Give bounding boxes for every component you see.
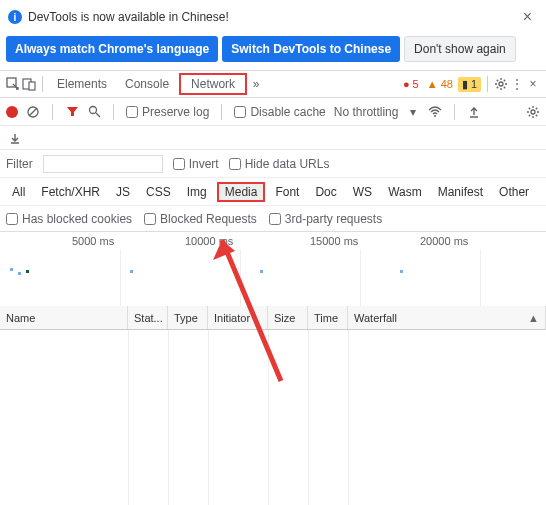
inspect-icon[interactable] [6,77,20,91]
svg-line-7 [96,113,100,117]
main-tabs: Elements Console Network » ●5 ▲48 ▮1 ⋮ × [0,70,546,98]
timeline-label: 5000 ms [72,235,114,247]
divider [113,104,114,120]
gear-icon[interactable] [526,105,540,119]
type-img[interactable]: Img [181,182,213,202]
request-table-header: Name Stat... Type Initiator Size Time Wa… [0,306,546,330]
type-fetch-xhr[interactable]: Fetch/XHR [35,182,106,202]
close-icon[interactable]: × [517,6,538,28]
blocked-requests-checkbox[interactable]: Blocked Requests [144,212,257,226]
preserve-log-checkbox[interactable]: Preserve log [126,105,209,119]
type-other[interactable]: Other [493,182,535,202]
info-icon: i [8,10,22,24]
third-party-checkbox[interactable]: 3rd-party requests [269,212,382,226]
col-initiator[interactable]: Initiator [208,306,268,329]
divider [221,104,222,120]
tab-elements[interactable]: Elements [49,73,115,95]
col-time[interactable]: Time [308,306,348,329]
svg-point-8 [434,115,436,117]
extra-filters: Has blocked cookies Blocked Requests 3rd… [0,206,546,232]
col-type[interactable]: Type [168,306,208,329]
dont-show-button[interactable]: Don't show again [404,36,516,62]
type-doc[interactable]: Doc [309,182,342,202]
sort-icon: ▲ [528,312,539,324]
match-language-button[interactable]: Always match Chrome's language [6,36,218,62]
type-media[interactable]: Media [217,182,266,202]
svg-rect-2 [29,82,35,90]
banner-buttons: Always match Chrome's language Switch De… [0,34,546,70]
svg-point-6 [89,107,96,114]
timeline-overview[interactable]: 5000 ms 10000 ms 15000 ms 20000 ms [0,232,546,306]
upload-icon[interactable] [467,105,481,119]
filter-icon[interactable] [65,105,79,119]
request-table-body [0,330,546,505]
filter-input[interactable] [43,155,163,173]
download-row [0,126,546,150]
search-icon[interactable] [87,105,101,119]
divider [42,76,43,92]
language-banner: i DevTools is now available in Chinese! … [0,0,546,34]
type-js[interactable]: JS [110,182,136,202]
timeline-label: 15000 ms [310,235,358,247]
warnings-badge[interactable]: ▲48 [424,77,456,91]
chevron-down-icon[interactable]: ▾ [406,105,420,119]
svg-point-3 [499,82,503,86]
wifi-icon[interactable] [428,105,442,119]
svg-line-5 [29,108,37,116]
divider [52,104,53,120]
timeline-label: 20000 ms [420,235,468,247]
throttling-select[interactable]: No throttling [334,105,399,119]
record-icon[interactable] [6,106,18,118]
errors-badge[interactable]: ●5 [400,77,422,91]
type-wasm[interactable]: Wasm [382,182,428,202]
timeline-label: 10000 ms [185,235,233,247]
download-icon[interactable] [8,131,22,145]
col-waterfall[interactable]: Waterfall▲ [348,306,546,329]
kebab-icon[interactable]: ⋮ [510,77,524,91]
close-panel-icon[interactable]: × [526,77,540,91]
resource-types: All Fetch/XHR JS CSS Img Media Font Doc … [0,178,546,206]
type-font[interactable]: Font [269,182,305,202]
blocked-cookies-checkbox[interactable]: Has blocked cookies [6,212,132,226]
type-ws[interactable]: WS [347,182,378,202]
settings-icon[interactable] [494,77,508,91]
invert-checkbox[interactable]: Invert [173,157,219,171]
type-all[interactable]: All [6,182,31,202]
type-css[interactable]: CSS [140,182,177,202]
col-size[interactable]: Size [268,306,308,329]
messages-badge[interactable]: ▮1 [458,77,481,92]
col-status[interactable]: Stat... [128,306,168,329]
type-manifest[interactable]: Manifest [432,182,489,202]
filter-row: Filter Invert Hide data URLs [0,150,546,178]
disable-cache-checkbox[interactable]: Disable cache [234,105,325,119]
more-tabs-icon[interactable]: » [249,77,263,91]
hide-data-urls-checkbox[interactable]: Hide data URLs [229,157,330,171]
device-icon[interactable] [22,77,36,91]
divider [487,76,488,92]
switch-chinese-button[interactable]: Switch DevTools to Chinese [222,36,400,62]
banner-text: DevTools is now available in Chinese! [28,10,229,24]
col-name[interactable]: Name [0,306,128,329]
network-toolbar: Preserve log Disable cache No throttling… [0,98,546,126]
divider [454,104,455,120]
clear-icon[interactable] [26,105,40,119]
tab-network[interactable]: Network [179,73,247,95]
svg-point-9 [531,110,535,114]
tab-console[interactable]: Console [117,73,177,95]
filter-label: Filter [6,157,33,171]
